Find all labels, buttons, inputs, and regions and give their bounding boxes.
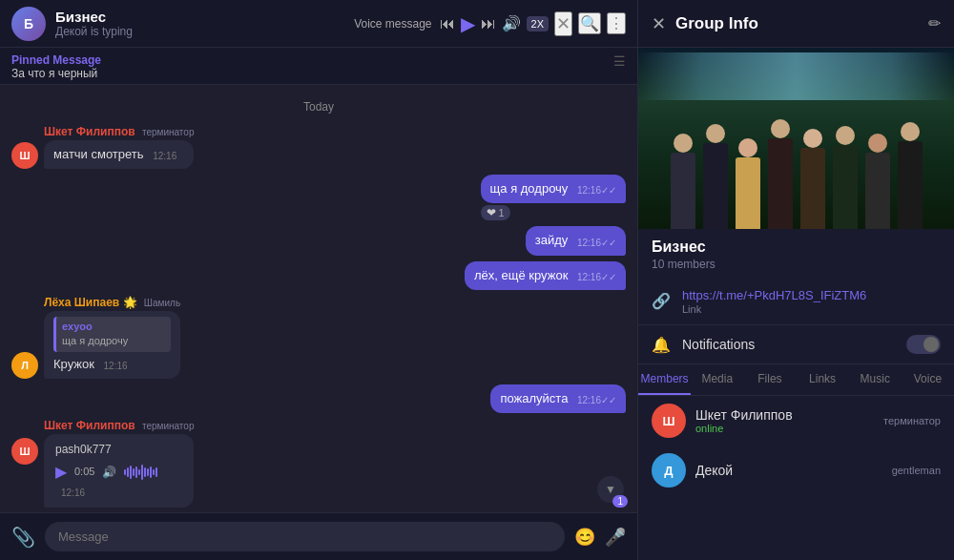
avatar: Д bbox=[652, 453, 686, 487]
group-info-panel: ✕ Group Info ✏ bbox=[637, 0, 954, 560]
link-content: https://t.me/+PkdH7L8S_IFiZTM6 Link bbox=[682, 286, 866, 315]
group-photo bbox=[638, 48, 954, 229]
group-members-count: 10 members bbox=[652, 258, 941, 271]
notifications-row: 🔔 Notifications bbox=[638, 325, 954, 364]
avatar: Ш bbox=[11, 142, 38, 169]
msg-bubble-group: зайду 12:16✓✓ bbox=[526, 226, 626, 255]
member-list: Ш Шкет Филиппов online терминатор Д Деко… bbox=[638, 396, 954, 560]
microphone-icon[interactable]: 🎤 bbox=[605, 527, 626, 548]
voice-skip-back-button[interactable]: ⏮ bbox=[440, 15, 455, 32]
message-time: 12:16 bbox=[61, 487, 85, 498]
voice-duration: 0:05 bbox=[74, 465, 94, 479]
tab-media[interactable]: Media bbox=[691, 364, 743, 395]
pinned-message-bar[interactable]: Pinned Message За что я черный ☰ bbox=[0, 48, 637, 85]
table-row: ща я додрочу 12:16✓✓ ❤ 1 bbox=[11, 175, 626, 220]
msg-bubble-group: ща я додрочу 12:16✓✓ ❤ 1 bbox=[481, 175, 626, 220]
bell-icon: 🔔 bbox=[652, 336, 671, 354]
member-info: Шкет Филиппов online bbox=[695, 407, 874, 434]
attach-icon[interactable]: 📎 bbox=[11, 526, 35, 549]
group-link-row: 🔗 https://t.me/+PkdH7L8S_IFiZTM6 Link bbox=[638, 277, 954, 325]
voice-skip-forward-button[interactable]: ⏭ bbox=[481, 15, 496, 32]
group-meta: Бизнес 10 members bbox=[638, 229, 954, 277]
avatar: Л bbox=[11, 352, 38, 379]
table-row: зайду 12:16✓✓ bbox=[11, 226, 626, 255]
message-bubble: ща я додрочу 12:16✓✓ bbox=[481, 175, 626, 203]
sender-name: Шкет Филиппов терминатор bbox=[44, 419, 194, 432]
message-time: 12:16 bbox=[104, 361, 128, 371]
notifications-toggle[interactable] bbox=[906, 335, 941, 354]
chat-header-left: Б Бизнес Декой is typing bbox=[11, 7, 133, 41]
avatar: Ш bbox=[11, 438, 38, 465]
voice-speed-button[interactable]: 2X bbox=[527, 16, 549, 31]
group-info-title: Group Info bbox=[675, 14, 919, 33]
message-bubble: зайду 12:16✓✓ bbox=[526, 226, 626, 255]
table-row: Л Лёха Шипаев 🌟 Шамиль exyoo ща я додроч… bbox=[11, 296, 626, 379]
tab-music[interactable]: Music bbox=[849, 364, 902, 395]
tab-files[interactable]: Files bbox=[743, 364, 796, 395]
link-label: Link bbox=[682, 303, 866, 315]
close-icon[interactable]: ✕ bbox=[652, 13, 666, 34]
group-link[interactable]: https://t.me/+PkdH7L8S_IFiZTM6 bbox=[682, 288, 866, 302]
avatar: Ш bbox=[652, 404, 686, 438]
sender-role: терминатор bbox=[142, 421, 195, 431]
voice-waveform bbox=[124, 465, 157, 480]
pinned-title: Pinned Message bbox=[11, 53, 101, 67]
member-info: Декой bbox=[695, 463, 882, 478]
tab-links[interactable]: Links bbox=[797, 364, 849, 395]
sender-name: Лёха Шипаев 🌟 Шамиль bbox=[44, 296, 180, 309]
table-row: лёх, ещё кружок 12:16✓✓ bbox=[11, 261, 626, 290]
sender-role: терминатор bbox=[142, 127, 195, 137]
emoji-icon[interactable]: 😊 bbox=[574, 527, 595, 548]
message-input[interactable] bbox=[45, 522, 565, 551]
pinned-content: За что я черный bbox=[11, 67, 101, 80]
voice-volume-button[interactable]: 🔊 bbox=[502, 14, 521, 32]
chat-title: Бизнес bbox=[55, 9, 133, 25]
message-time: 12:16 bbox=[153, 151, 176, 161]
voice-play-icon[interactable]: ▶ bbox=[55, 462, 67, 483]
list-item[interactable]: Ш Шкет Филиппов online терминатор bbox=[638, 396, 954, 446]
notifications-label: Notifications bbox=[682, 337, 895, 352]
message-time: 12:16✓✓ bbox=[577, 238, 616, 248]
stadium-lights bbox=[638, 52, 954, 100]
voice-more-button[interactable]: ⋮ bbox=[607, 12, 626, 34]
message-bubble: exyoo ща я додрочу Кружок 12:16 bbox=[44, 311, 180, 379]
tab-members[interactable]: Members bbox=[638, 364, 691, 395]
voice-speed-icon: 🔊 bbox=[102, 465, 116, 481]
message-bubble: пожалуйста 12:16✓✓ bbox=[490, 384, 626, 413]
edit-icon[interactable]: ✏ bbox=[928, 14, 941, 32]
chat-input-area: 📎 😊 🎤 bbox=[0, 512, 637, 560]
date-divider: Today bbox=[11, 100, 626, 114]
msg-bubble-group: Шкет Филиппов терминатор матчи смотреть … bbox=[44, 125, 194, 169]
voice-search-button[interactable]: 🔍 bbox=[578, 12, 601, 34]
tab-voice[interactable]: Voice bbox=[902, 364, 954, 395]
link-icon: 🔗 bbox=[652, 292, 671, 310]
voice-message: ▶ 0:05 🔊 bbox=[55, 462, 182, 483]
chat-header: Б Бизнес Декой is typing Voice message ⏮… bbox=[0, 0, 637, 48]
message-time: 12:16✓✓ bbox=[577, 272, 616, 282]
voice-play-button[interactable]: ▶ bbox=[461, 12, 475, 35]
unread-count-badge: 1 bbox=[612, 495, 628, 508]
voice-message-bubble: pash0k777 ▶ 0:05 🔊 12:16 bbox=[44, 434, 194, 508]
group-name: Бизнес bbox=[652, 239, 941, 256]
group-info-header: ✕ Group Info ✏ bbox=[638, 0, 954, 48]
message-time: 12:16✓✓ bbox=[577, 395, 616, 405]
message-time: 12:16✓✓ bbox=[577, 185, 616, 196]
chat-panel: Б Бизнес Декой is typing Voice message ⏮… bbox=[0, 0, 637, 560]
pinned-text-block: Pinned Message За что я черный bbox=[11, 53, 101, 80]
msg-bubble-group: пожалуйста 12:16✓✓ bbox=[490, 384, 626, 413]
voice-message-bar: Voice message ⏮ ▶ ⏭ 🔊 2X ✕ 🔍 ⋮ bbox=[354, 11, 626, 36]
member-status: online bbox=[695, 423, 874, 434]
table-row: Ш Шкет Филиппов терминатор матчи смотрет… bbox=[11, 125, 626, 169]
reaction-badge: ❤ 1 bbox=[481, 205, 510, 220]
member-role: терминатор bbox=[883, 415, 941, 426]
list-item[interactable]: Д Декой gentleman bbox=[638, 446, 954, 495]
voice-sender-name: pash0k777 bbox=[55, 442, 182, 458]
message-bubble: матчи смотреть 12:16 bbox=[44, 140, 194, 169]
msg-bubble-group: лёх, ещё кружок 12:16✓✓ bbox=[465, 261, 626, 290]
msg-bubble-group: Лёха Шипаев 🌟 Шамиль exyoo ща я додрочу … bbox=[44, 296, 180, 379]
msg-bubble-group: Шкет Филиппов терминатор pash0k777 ▶ 0:0… bbox=[44, 419, 194, 512]
voice-close-button[interactable]: ✕ bbox=[554, 11, 572, 36]
pinned-filter-icon[interactable]: ☰ bbox=[613, 53, 626, 69]
member-name: Шкет Филиппов bbox=[695, 407, 874, 423]
message-bubble: лёх, ещё кружок 12:16✓✓ bbox=[465, 261, 626, 290]
